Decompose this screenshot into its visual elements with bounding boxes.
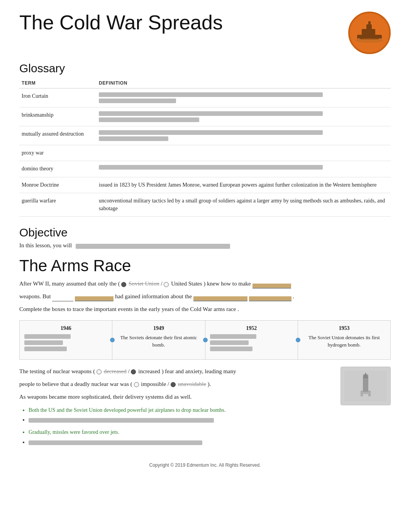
- blank-2: [52, 296, 73, 301]
- blurred-definition: [99, 111, 386, 122]
- timeline-box-1949: 1949 The Soviets detonate their first at…: [112, 321, 205, 360]
- us-text: United States: [171, 280, 202, 287]
- page-header: The Cold War Spreads: [19, 12, 391, 54]
- glossary-table: TERM DEFINITION Iron Curtain brinksmansh…: [19, 78, 391, 217]
- bullet-list: Both the US and the Soviet Union develop…: [29, 406, 331, 447]
- glossary-section: Glossary TERM DEFINITION Iron Curtain: [19, 62, 391, 217]
- bottom-text-col: The testing of nuclear weapons ( decreas…: [19, 367, 331, 450]
- objective-text: In this lesson, you will: [19, 242, 391, 249]
- term-cell: Monroe Doctrine: [19, 177, 97, 193]
- timeline-content-1952: [210, 334, 293, 355]
- blur-block: [24, 334, 71, 339]
- timeline-content-1949: The Soviets detonate their first atomic …: [117, 334, 200, 355]
- definition-cell: [97, 107, 391, 126]
- list-item: [29, 415, 331, 425]
- blank-3: [75, 296, 114, 301]
- blur-block: [29, 418, 214, 423]
- blur-block: [210, 347, 252, 351]
- blur-block: [99, 111, 323, 116]
- objective-blurred: [76, 242, 230, 249]
- term-cell: guerilla warfare: [19, 193, 97, 217]
- period: .: [293, 293, 294, 299]
- decreased-text: decreased: [104, 368, 127, 374]
- blur-block: [99, 92, 323, 97]
- arms-paragraph-1: After WW II, many assumed that only the …: [19, 279, 391, 289]
- list-item: [29, 438, 331, 447]
- timeline-box-1946: 1946: [20, 321, 112, 360]
- slash-sep: /: [161, 280, 164, 287]
- col-header-definition: DEFINITION: [97, 78, 391, 88]
- definition-cell: [97, 126, 391, 145]
- table-row: domino theory: [19, 161, 391, 177]
- term-cell: brinksmanship: [19, 107, 97, 126]
- nuclear-p2-prefix: people to believe that a deadly nuclear …: [19, 381, 132, 387]
- blur-block: [210, 334, 256, 339]
- arms-race-title: The Arms Race: [19, 257, 391, 275]
- timeline-dot-1949: [203, 338, 208, 342]
- arms-paragraph-2: weapons. But had gained information abou…: [19, 292, 391, 301]
- svg-rect-3: [368, 21, 371, 25]
- bottom-image: [341, 367, 391, 405]
- bottom-section: The testing of nuclear weapons ( decreas…: [19, 367, 391, 450]
- blank-4: [193, 296, 247, 301]
- table-row: mutually assured destruction: [19, 126, 391, 145]
- list-item: Both the US and the Soviet Union develop…: [29, 406, 331, 415]
- term-cell: proxy war: [19, 145, 97, 161]
- sophisticated-text: As weapons became more sophsticated, the…: [19, 392, 331, 402]
- table-row: proxy war: [19, 145, 391, 161]
- objective-section: Objective In this lesson, you will: [19, 226, 391, 249]
- radio-unavoidable: [171, 382, 176, 387]
- year-1953: 1953: [303, 325, 386, 332]
- term-cell: mutually assured destruction: [19, 126, 97, 145]
- svg-rect-12: [361, 392, 370, 394]
- timeline-dot-1952: [296, 338, 300, 342]
- svg-rect-2: [366, 24, 372, 30]
- blur-block: [24, 347, 67, 351]
- definition-cell: [97, 145, 391, 161]
- blur-block: [76, 244, 230, 249]
- table-row: brinksmanship: [19, 107, 391, 126]
- blur-block: [99, 136, 168, 141]
- year-1946: 1946: [24, 325, 107, 332]
- term-cell: domino theory: [19, 161, 97, 177]
- timeline-dot-1946: [110, 338, 115, 342]
- blank-5: [249, 296, 291, 301]
- blank-1: [252, 284, 291, 289]
- blur-block: [24, 340, 63, 345]
- blurred-content: [210, 334, 293, 351]
- soviet-union-text: Soviet Union: [129, 280, 159, 287]
- definition-cell: [97, 88, 391, 107]
- radio-us: [164, 282, 169, 287]
- radio-increased: [131, 369, 136, 374]
- arms-p1-prefix: After WW II, many assumed that only the …: [19, 280, 120, 287]
- nuclear-paragraph-1: The testing of nuclear weapons ( decreas…: [19, 367, 331, 376]
- radio-decreased: [97, 369, 102, 374]
- svg-point-6: [356, 38, 383, 43]
- objective-intro: In this lesson, you will: [19, 242, 72, 248]
- complete-boxes-text: Complete the boxes to trace the importan…: [19, 304, 391, 314]
- weapons-prefix: weapons. But: [19, 293, 52, 299]
- nuclear-suffix: ) fear and anxiety, leading many: [162, 368, 236, 374]
- blur-block: [210, 340, 249, 345]
- timeline-content-1946: [24, 334, 107, 355]
- blurred-content: [24, 334, 107, 351]
- year-1952: 1952: [210, 325, 293, 332]
- nuclear-paragraph-2: people to believe that a deadly nuclear …: [19, 379, 331, 389]
- copyright-text: Copyright © 2019 Edmentum Inc. All Right…: [19, 462, 391, 468]
- blur-block: [99, 165, 323, 170]
- nuclear-prefix: The testing of nuclear weapons (: [19, 368, 95, 374]
- blur-block: [29, 440, 202, 445]
- radio-impossible: [134, 382, 139, 387]
- table-row: guerilla warfare unconventional military…: [19, 193, 391, 217]
- unavoidable-text: unavoidable: [178, 381, 206, 387]
- arms-p1-mid: ) knew how to make: [203, 280, 252, 287]
- objective-title: Objective: [19, 226, 391, 239]
- blur-block: [99, 117, 199, 122]
- page-title: The Cold War Spreads: [19, 12, 223, 34]
- gained-text: had gained information about the: [115, 293, 193, 299]
- glossary-title: Glossary: [19, 62, 391, 75]
- definition-cell: [97, 161, 391, 177]
- logo-icon: [348, 12, 391, 54]
- list-item: Gradually, missles were favored over jet…: [29, 428, 331, 437]
- definition-cell: issued in 1823 by US President James Mon…: [97, 177, 391, 193]
